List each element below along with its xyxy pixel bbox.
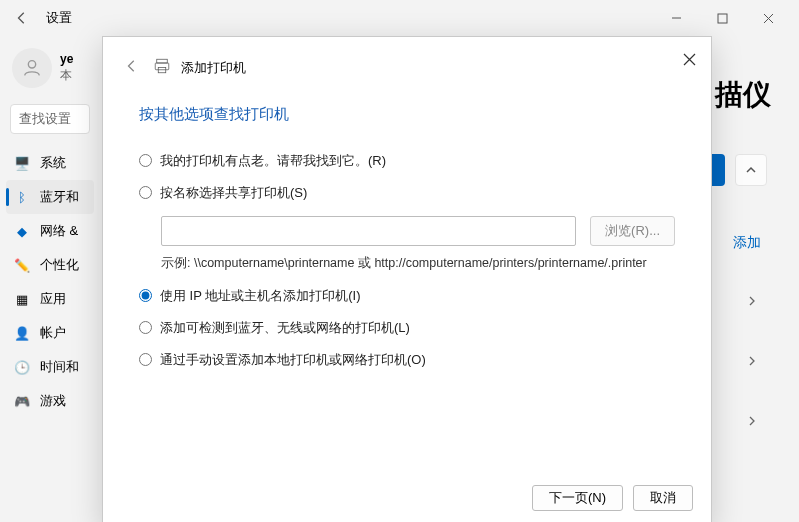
nav-icon: ▦ (14, 291, 30, 307)
add-printer-dialog: 添加打印机 按其他选项查找打印机 我的打印机有点老。请帮我找到它。(R) 按名称… (102, 36, 712, 522)
search-input[interactable]: 查找设置 (10, 104, 90, 134)
nav-icon: 🖥️ (14, 155, 30, 171)
maximize-button[interactable] (699, 2, 745, 34)
dialog-back-button[interactable] (125, 59, 139, 77)
option-manual[interactable]: 通过手动设置添加本地打印机或网络打印机(O) (139, 351, 675, 369)
nav-icon: 🎮 (14, 393, 30, 409)
option-by-name[interactable]: 按名称选择共享打印机(S) (139, 184, 675, 202)
minimize-button[interactable] (653, 2, 699, 34)
sidebar-item-1[interactable]: ᛒ蓝牙和 (6, 180, 94, 214)
option-old-printer[interactable]: 我的打印机有点老。请帮我找到它。(R) (139, 152, 675, 170)
nav-label: 系统 (40, 154, 66, 172)
window-title: 设置 (46, 9, 72, 27)
close-window-button[interactable] (745, 2, 791, 34)
nav-label: 应用 (40, 290, 66, 308)
dialog-title: 添加打印机 (181, 59, 246, 77)
back-button[interactable] (8, 4, 36, 32)
sidebar-item-4[interactable]: ▦应用 (0, 282, 100, 316)
share-hint: 示例: \\computername\printername 或 http://… (161, 254, 675, 273)
nav-icon: ✏️ (14, 257, 30, 273)
nav-label: 帐户 (40, 324, 66, 342)
cancel-button[interactable]: 取消 (633, 485, 693, 511)
nav-icon: ᛒ (14, 189, 30, 205)
nav-label: 个性化 (40, 256, 79, 274)
sidebar-item-5[interactable]: 👤帐户 (0, 316, 100, 350)
option-detectable[interactable]: 添加可检测到蓝牙、无线或网络的打印机(L) (139, 319, 675, 337)
sidebar-item-2[interactable]: ◆网络 & (0, 214, 100, 248)
nav-icon: 👤 (14, 325, 30, 341)
nav-label: 时间和 (40, 358, 79, 376)
nav-icon: ◆ (14, 223, 30, 239)
close-icon[interactable] (675, 45, 703, 73)
svg-point-2 (28, 61, 35, 68)
printer-icon (153, 57, 171, 79)
profile[interactable]: ye 本 (0, 42, 100, 94)
sidebar: ye 本 查找设置 🖥️系统ᛒ蓝牙和◆网络 &✏️个性化▦应用👤帐户🕒时间和🎮游… (0, 36, 100, 522)
profile-sub: 本 (60, 68, 73, 84)
nav-label: 蓝牙和 (40, 188, 79, 206)
sidebar-item-0[interactable]: 🖥️系统 (0, 146, 100, 180)
nav-label: 游戏 (40, 392, 66, 410)
dialog-subtitle: 按其他选项查找打印机 (103, 89, 711, 132)
avatar (12, 48, 52, 88)
browse-button[interactable]: 浏览(R)... (590, 216, 675, 246)
svg-rect-1 (718, 14, 727, 23)
nav-label: 网络 & (40, 222, 78, 240)
sidebar-item-7[interactable]: 🎮游戏 (0, 384, 100, 418)
nav-icon: 🕒 (14, 359, 30, 375)
svg-rect-3 (157, 59, 168, 63)
next-button[interactable]: 下一页(N) (532, 485, 623, 511)
share-name-input[interactable] (161, 216, 576, 246)
svg-rect-4 (155, 63, 169, 70)
sidebar-item-6[interactable]: 🕒时间和 (0, 350, 100, 384)
option-by-ip[interactable]: 使用 IP 地址或主机名添加打印机(I) (139, 287, 675, 305)
sidebar-item-3[interactable]: ✏️个性化 (0, 248, 100, 282)
profile-name: ye (60, 52, 73, 68)
